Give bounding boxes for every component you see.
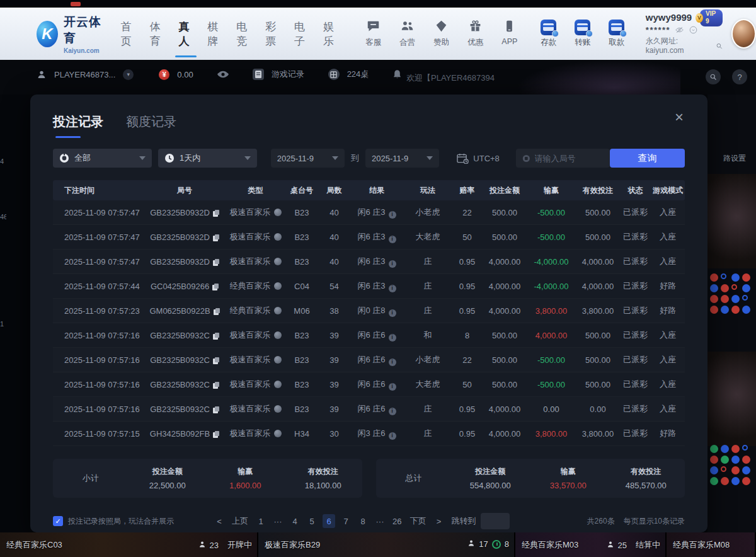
- nav-item-电竞[interactable]: 电竞: [236, 16, 251, 52]
- timezone-control[interactable]: UTC+8: [457, 153, 500, 164]
- site-logo[interactable]: K 开云体育 Kaiyun.com: [37, 14, 105, 54]
- wallet-action-取款[interactable]: 取款: [604, 20, 629, 48]
- game-type-select[interactable]: 全部: [53, 149, 152, 168]
- info-icon[interactable]: i: [389, 408, 396, 415]
- wallet-action-转账[interactable]: 转账: [570, 20, 595, 48]
- cell-round-id: GH3425B092FB: [143, 429, 226, 439]
- player-id[interactable]: PLAYER46873...: [54, 70, 115, 79]
- nav-item-电子[interactable]: 电子: [294, 16, 309, 52]
- eye-off-icon[interactable]: [675, 25, 684, 35]
- search-icon[interactable]: [706, 69, 721, 84]
- query-button[interactable]: 查询: [610, 149, 685, 168]
- tab-额度记录[interactable]: 额度记录: [126, 113, 176, 138]
- copy-icon[interactable]: [213, 259, 219, 266]
- copy-icon[interactable]: [213, 431, 219, 438]
- copy-icon[interactable]: [213, 234, 219, 241]
- merge-checkbox[interactable]: ✓: [53, 516, 63, 526]
- info-icon[interactable]: i: [389, 383, 396, 391]
- avatar[interactable]: [731, 19, 756, 49]
- cell-result: 闲6 庄6i: [350, 379, 404, 391]
- tab-投注记录[interactable]: 投注记录: [53, 113, 103, 138]
- copy-icon[interactable]: [213, 382, 219, 389]
- cell-bet-amount: 500.00: [483, 233, 527, 242]
- cell-result: 闲0 庄8i: [350, 305, 404, 317]
- copy-icon[interactable]: [213, 357, 219, 364]
- quick-action-客服[interactable]: 客服: [361, 20, 386, 48]
- cell-play-type: 庄: [404, 256, 452, 267]
- nav-item-真人[interactable]: 真人: [178, 16, 193, 52]
- page-8[interactable]: 8: [357, 514, 369, 528]
- page-1[interactable]: 1: [255, 514, 267, 528]
- copy-icon[interactable]: [214, 308, 220, 315]
- info-icon[interactable]: i: [389, 211, 396, 219]
- countdown-icon: [492, 540, 501, 549]
- player-chevron-icon[interactable]: ▾: [123, 69, 134, 80]
- quick-action-APP[interactable]: APP: [497, 20, 522, 48]
- page-7[interactable]: 7: [340, 514, 352, 528]
- cell-round-count: 39: [319, 331, 350, 340]
- cell-result: 闲6 庄3i: [350, 256, 404, 268]
- next-arrow-icon[interactable]: >: [432, 514, 445, 528]
- info-icon[interactable]: i: [389, 285, 396, 292]
- eye-icon[interactable]: [217, 70, 229, 79]
- close-icon[interactable]: ×: [675, 110, 684, 125]
- game-record-label[interactable]: 游戏记录: [272, 69, 304, 80]
- time-range-select[interactable]: 1天内: [158, 149, 257, 168]
- nav-item-娱乐[interactable]: 娱乐: [323, 16, 338, 52]
- info-icon[interactable]: i: [389, 260, 396, 268]
- nav-item-彩票[interactable]: 彩票: [265, 16, 280, 52]
- tables-icon[interactable]: [328, 69, 340, 80]
- wallet-action-存款[interactable]: 存款: [536, 20, 561, 48]
- round-search-input[interactable]: [535, 154, 604, 163]
- info-icon[interactable]: i: [389, 334, 396, 342]
- quick-action-优惠[interactable]: 优惠: [463, 20, 488, 48]
- video-tile-经典百家乐M08[interactable]: 经典百家乐M08: [667, 532, 756, 557]
- nav-item-棋牌[interactable]: 棋牌: [207, 16, 222, 52]
- player-icon: [37, 69, 47, 79]
- refresh-balance-icon[interactable]: [689, 25, 698, 35]
- info-icon[interactable]: i: [389, 359, 396, 366]
- copy-icon[interactable]: [213, 210, 219, 217]
- user-block[interactable]: wywy9999 V VIP 9 ****** 永久网址: kaiyun.com: [646, 12, 723, 55]
- col-header-游戏模式: 游戏模式: [651, 185, 685, 196]
- browser-strip: [0, 0, 756, 8]
- balance-value: 0.00: [177, 70, 193, 79]
- cell-bet-amount: 500.00: [483, 331, 527, 340]
- jump-page-input[interactable]: [481, 513, 510, 529]
- nav-item-首页[interactable]: 首页: [121, 16, 136, 52]
- table-body: 2025-11-09 07:57:47GB2325B0932D极速百家乐B234…: [53, 200, 685, 446]
- page-5[interactable]: 5: [306, 514, 318, 528]
- page-4[interactable]: 4: [289, 514, 301, 528]
- video-tile-经典百家乐C03[interactable]: 经典百家乐C0323开牌中: [0, 532, 258, 557]
- copy-icon[interactable]: [213, 333, 219, 340]
- info-icon[interactable]: i: [389, 309, 396, 317]
- page-26[interactable]: 26: [391, 514, 403, 528]
- date-to-picker[interactable]: 2025-11-9: [365, 149, 439, 168]
- next-page-button[interactable]: 下页: [408, 514, 428, 528]
- video-tile-经典百家乐M03[interactable]: 经典百家乐M0325结算中: [515, 532, 667, 557]
- game-record-icon[interactable]: [253, 69, 264, 80]
- help-icon[interactable]: ?: [732, 69, 747, 84]
- info-icon[interactable]: i: [389, 236, 396, 243]
- video-tile-极速百家乐B29[interactable]: 极速百家乐B29178: [258, 532, 515, 557]
- tables-count-label[interactable]: 224桌: [347, 69, 369, 80]
- col-header-状态: 状态: [620, 185, 651, 196]
- copy-icon[interactable]: [212, 284, 219, 290]
- copy-icon[interactable]: [213, 406, 219, 413]
- quick-action-赞助[interactable]: 赞助: [429, 20, 454, 48]
- bead-road: [710, 445, 753, 488]
- nav-item-体育[interactable]: 体育: [150, 16, 165, 52]
- magnifier-icon[interactable]: [716, 42, 723, 50]
- quick-action-合营[interactable]: 合营: [395, 20, 420, 48]
- page-6[interactable]: 6: [323, 514, 335, 528]
- cell-table-id: B23: [285, 355, 319, 365]
- cell-game-mode: 好路: [651, 305, 685, 316]
- cell-table-id: B23: [285, 405, 319, 414]
- prev-page-button[interactable]: 上页: [230, 514, 250, 528]
- cell-table-id: B23: [285, 233, 319, 242]
- cell-status: 已派彩: [620, 354, 651, 365]
- bell-icon[interactable]: [392, 69, 402, 79]
- date-from-picker[interactable]: 2025-11-9: [271, 149, 345, 168]
- prev-arrow-icon[interactable]: <: [213, 514, 226, 528]
- info-icon[interactable]: i: [389, 432, 396, 440]
